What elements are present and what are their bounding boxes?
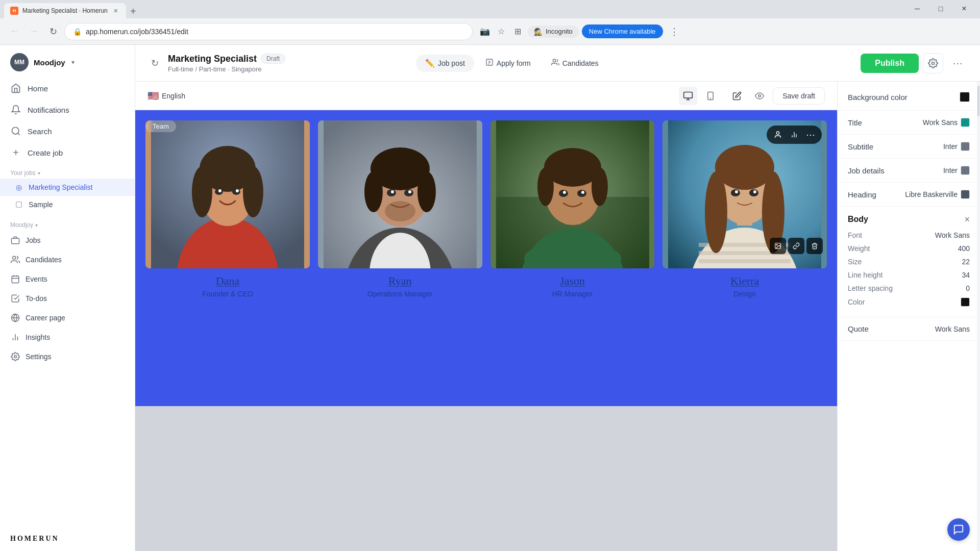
- sidebar-item-search[interactable]: Search: [0, 120, 135, 142]
- refresh-icon[interactable]: ↻: [148, 56, 162, 70]
- sidebar-item-events[interactable]: Events: [0, 269, 135, 289]
- refresh-button[interactable]: ↻: [45, 23, 61, 40]
- company-dropdown-icon[interactable]: ▾: [71, 59, 75, 66]
- top-bar-actions: Publish ⋯: [861, 53, 968, 73]
- back-button[interactable]: ←: [6, 23, 22, 40]
- body-line-height-label: Line height: [848, 271, 883, 279]
- moodjoy-chevron-icon: ▾: [35, 222, 38, 228]
- card-chart-icon-button[interactable]: [787, 128, 801, 142]
- body-letter-spacing-label: Letter spacing: [848, 284, 893, 292]
- sidebar-item-career-page[interactable]: Career page: [0, 308, 135, 328]
- sidebar-item-candidates[interactable]: Candidates: [0, 250, 135, 269]
- settings-gear-button[interactable]: [923, 53, 943, 73]
- svg-rect-3: [12, 238, 19, 244]
- quote-font-label: Quote: [848, 324, 869, 333]
- side-panel-icon[interactable]: ⊞: [510, 24, 525, 39]
- panel-scrollbar[interactable]: [977, 82, 980, 551]
- sidebar-item-home[interactable]: Home: [0, 78, 135, 99]
- sidebar-footer: HOMERUN: [0, 522, 135, 551]
- svg-point-77: [735, 190, 738, 193]
- svg-point-79: [776, 132, 779, 134]
- dana-photo: [145, 120, 310, 268]
- sidebar-item-notifications[interactable]: Notifications: [0, 99, 135, 120]
- card-more-button[interactable]: ⋯: [803, 128, 818, 142]
- sidebar-item-insights[interactable]: Insights: [0, 328, 135, 347]
- body-font-value: Work Sans: [935, 231, 970, 239]
- sidebar-item-create-job[interactable]: + Create job: [0, 142, 135, 163]
- edit-mode-button[interactable]: [728, 87, 746, 105]
- card-image-button[interactable]: [770, 238, 786, 254]
- title-color-swatch[interactable]: [961, 118, 970, 127]
- tab-job-post-label: Job post: [438, 59, 465, 67]
- save-draft-button[interactable]: Save draft: [773, 87, 825, 105]
- subtitle-color-swatch[interactable]: [961, 142, 970, 151]
- job-details-color-swatch[interactable]: [961, 166, 970, 175]
- tab-close-icon[interactable]: ×: [112, 7, 120, 15]
- svg-point-26: [758, 94, 761, 97]
- sidebar-item-todos[interactable]: To-dos: [0, 289, 135, 308]
- mobile-view-button[interactable]: [701, 87, 720, 105]
- bookmark-icon[interactable]: ☆: [494, 24, 508, 39]
- bg-color-swatch[interactable]: [960, 92, 970, 102]
- sidebar: MM Moodjoy ▾ Home Notifications Search: [0, 45, 135, 551]
- chrome-menu-button[interactable]: ⋮: [666, 23, 682, 40]
- tab-job-post[interactable]: ✏️ Job post: [416, 55, 474, 72]
- language-selector[interactable]: 🇺🇸 English: [148, 90, 185, 102]
- card-link-button[interactable]: [788, 238, 804, 254]
- sidebar-item-marketing-specialist[interactable]: ◎ Marketing Specialist: [0, 179, 135, 196]
- desktop-view-button[interactable]: [679, 87, 697, 105]
- title-font-row: Title Work Sans: [838, 111, 980, 135]
- jobs-label: Jobs: [26, 236, 41, 244]
- right-section: ↻ Marketing Specialist Draft Full-time /…: [135, 45, 980, 551]
- job-details-font-value-row: Inter: [943, 166, 970, 175]
- body-line-height-value: 34: [962, 271, 970, 279]
- svg-point-60: [591, 167, 607, 206]
- settings-icon: [10, 352, 20, 362]
- body-section-header: Body ×: [848, 215, 970, 224]
- card-bottom-controls: [770, 238, 823, 254]
- tab-candidates[interactable]: Candidates: [542, 54, 608, 72]
- sidebar-item-jobs[interactable]: Jobs: [0, 231, 135, 250]
- maximize-button[interactable]: □: [929, 1, 952, 16]
- svg-point-19: [553, 59, 555, 62]
- more-options-button[interactable]: ⋯: [947, 53, 968, 73]
- events-icon: [10, 274, 20, 284]
- chat-button[interactable]: [947, 518, 970, 541]
- minimize-button[interactable]: ─: [905, 1, 929, 16]
- subtitle-font-row: Subtitle Inter: [838, 135, 980, 159]
- heading-color-swatch[interactable]: [961, 190, 970, 199]
- candidates-icon: [10, 255, 20, 265]
- close-button[interactable]: ×: [952, 1, 976, 16]
- marketing-specialist-icon: ◎: [14, 183, 23, 192]
- svg-point-44: [364, 171, 383, 212]
- camera-blocked-icon: 📷: [478, 24, 492, 39]
- card-person-icon-button[interactable]: [771, 128, 785, 142]
- window-controls: ─ □ ×: [905, 1, 980, 18]
- ryan-name: Ryan: [320, 274, 480, 288]
- publish-button[interactable]: Publish: [861, 54, 919, 73]
- body-size-value: 22: [962, 258, 970, 266]
- address-bar[interactable]: 🔒 app.homerun.co/job/336451/edit: [64, 23, 473, 40]
- svg-point-50: [408, 190, 411, 193]
- body-font-row: Font Work Sans: [848, 231, 970, 239]
- tab-apply-form[interactable]: Apply form: [476, 54, 540, 72]
- sidebar-item-settings[interactable]: Settings: [0, 347, 135, 366]
- job-details-font-row: Job details Inter: [838, 159, 980, 183]
- team-card-dana: Dana Founder & CEO: [145, 120, 310, 300]
- new-chrome-button[interactable]: New Chrome available: [582, 24, 663, 38]
- body-color-swatch[interactable]: [961, 297, 970, 307]
- preview-button[interactable]: [750, 87, 769, 105]
- company-name: Moodjoy: [34, 58, 65, 67]
- create-job-label: Create job: [28, 148, 63, 157]
- sidebar-item-sample[interactable]: Sample: [0, 196, 135, 213]
- forward-button[interactable]: →: [26, 23, 42, 40]
- tab-title: Marketing Specialist · Homerun: [22, 7, 108, 14]
- body-close-icon[interactable]: ×: [964, 215, 970, 224]
- editor-toolbar: 🇺🇸 English: [135, 82, 837, 110]
- dana-name: Dana: [148, 274, 308, 288]
- card-delete-button[interactable]: [806, 238, 823, 254]
- moodjoy-section-label: Moodjoy ▾: [0, 213, 135, 231]
- security-icon: 🔒: [73, 28, 82, 36]
- browser-tab[interactable]: H Marketing Specialist · Homerun ×: [4, 3, 126, 18]
- new-tab-button[interactable]: +: [126, 4, 140, 18]
